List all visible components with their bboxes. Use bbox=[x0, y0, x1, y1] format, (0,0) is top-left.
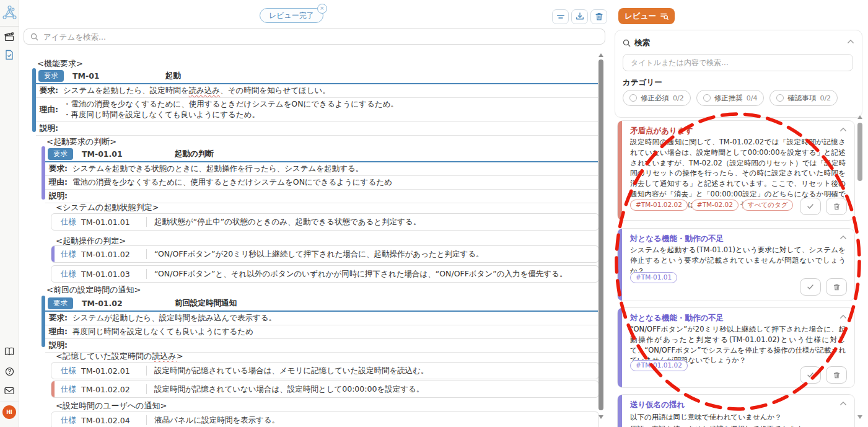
card-color-bar bbox=[618, 121, 622, 220]
check-icon bbox=[805, 282, 815, 292]
help-icon[interactable] bbox=[0, 367, 19, 376]
req-title: 起動 bbox=[165, 71, 181, 81]
spec-row-tm010202[interactable]: 仕様 TM-01.02.02 設定時間が記憶されていない場合は、設定時間として0… bbox=[51, 381, 599, 398]
spec-text: “ON/OFFボタン”が20ミリ秒以上継続して押下された場合に、起動操作があった… bbox=[154, 249, 484, 260]
review-scrollbar-up[interactable] bbox=[857, 115, 862, 119]
spec-color-bar bbox=[51, 246, 55, 262]
field-row-desc: 説明: bbox=[45, 190, 598, 203]
review-card-title: 対となる機能・動作の不足 bbox=[630, 313, 724, 324]
section-heading-memory-read: <記憶していた設定時間の読込み> bbox=[56, 351, 183, 362]
field-label: 理由: bbox=[49, 177, 72, 188]
section-heading-user-notify: <設定時間のユーザへの通知> bbox=[56, 400, 167, 412]
spec-row-tm010103[interactable]: 仕様 TM-01.01.03 “ON/OFFボタン”と、それ以外のボタンのいずれ… bbox=[51, 265, 599, 283]
filter-icon bbox=[555, 11, 566, 22]
delete-comment-button[interactable] bbox=[826, 198, 847, 215]
review-card-body: システムを起動する(TM-01.01)という要求に対して、システムを停止するとい… bbox=[630, 245, 846, 276]
collapse-chevron-icon[interactable] bbox=[840, 127, 847, 132]
spec-badge: 仕様 bbox=[61, 249, 76, 260]
field-row-req: 要求: システムを起動できる状態のときに、起動操作を行ったら、システムを起動する… bbox=[45, 162, 598, 176]
item-search-input[interactable] bbox=[42, 32, 605, 42]
clapperboard-icon[interactable] bbox=[0, 32, 19, 42]
field-label: 説明: bbox=[49, 191, 72, 201]
tag[interactable]: すべてのタグ bbox=[742, 200, 793, 211]
field-row-req: 要求: システムを起動したら、設定時間を読み込み、その時間を知らせてほしい。 bbox=[36, 84, 598, 98]
review-card-contradiction[interactable]: 矛盾点があります 設定時間の通知に関して、TM-01.02.02では「設定時間が… bbox=[617, 120, 855, 221]
review-card-missing-pair-1[interactable]: 対となる機能・動作の不足 システムを起動する(TM-01.01)という要求に対し… bbox=[617, 228, 855, 301]
accept-comment-button[interactable] bbox=[800, 278, 821, 296]
review-scrollbar-down[interactable] bbox=[857, 415, 862, 419]
delete-button[interactable] bbox=[590, 9, 607, 24]
main-scrollbar-thumb[interactable] bbox=[598, 59, 603, 410]
collapse-chevron-icon[interactable] bbox=[847, 39, 854, 44]
requirement-card-tm0101[interactable]: 要求 TM-01.01 起動の判断 要求: システムを起動できる状態のときに、起… bbox=[42, 146, 598, 200]
spec-row-tm010204[interactable]: 仕様 TM-01.02.04 液晶パネルに設定時間を表示する。 bbox=[51, 412, 599, 427]
main-scrollbar-up[interactable] bbox=[598, 53, 603, 57]
mail-icon[interactable] bbox=[0, 387, 19, 395]
review-scrollbar-thumb[interactable] bbox=[857, 123, 862, 181]
review-card-missing-pair-2[interactable]: 対となる機能・動作の不足 “ON/OFFボタン”が20ミリ秒以上継続して押下され… bbox=[617, 307, 855, 388]
requirement-header: 要求 TM-01.02 前回設定時間通知 bbox=[45, 296, 598, 312]
accept-comment-button[interactable] bbox=[800, 198, 821, 215]
tag[interactable]: #TM-01.01.02 bbox=[630, 360, 688, 371]
radio-icon bbox=[776, 94, 784, 102]
spellcheck-squiggle: 読み込み bbox=[189, 86, 221, 95]
tag[interactable]: #TM-01.02.02 bbox=[630, 200, 688, 211]
review-button[interactable]: レビュー bbox=[618, 8, 675, 24]
requirement-card-tm0102[interactable]: 要求 TM-01.02 前回設定時間通知 要求: システムが起動したら、設定時間… bbox=[42, 296, 598, 347]
field-value: システムを起動したら、設定時間を読み込み、その時間を知らせてほしい。 bbox=[63, 86, 330, 96]
spec-badge: 仕様 bbox=[61, 269, 76, 280]
user-avatar[interactable]: HI bbox=[2, 405, 16, 419]
requirement-header: 要求 TM-01 起動 bbox=[36, 68, 598, 84]
chip-close-icon[interactable]: × bbox=[317, 4, 327, 14]
download-button[interactable] bbox=[571, 9, 588, 24]
review-card-title: 矛盾点があります bbox=[630, 126, 693, 136]
tag[interactable]: #TM-01.01 bbox=[630, 272, 677, 283]
document-check-icon[interactable] bbox=[0, 50, 19, 60]
sidebar-divider bbox=[0, 26, 19, 27]
spec-text: “ON/OFFボタン”と、それ以外のボタンのいずれかが同時に押下された場合は、“… bbox=[154, 269, 567, 280]
book-icon[interactable] bbox=[0, 347, 19, 356]
req-id: TM-01 bbox=[72, 71, 165, 81]
field-label: 要求: bbox=[40, 86, 63, 96]
review-card-tags: #TM-01.01.02 bbox=[630, 360, 688, 371]
field-row-req: 要求: システムが起動したら、設定時間を読み込んで表示する。 bbox=[45, 312, 598, 325]
collapse-chevron-icon[interactable] bbox=[840, 235, 847, 240]
delete-comment-button[interactable] bbox=[826, 366, 847, 384]
spec-id: TM-01.02.04 bbox=[81, 416, 146, 425]
spec-row-tm010102[interactable]: 仕様 TM-01.01.02 “ON/OFFボタン”が20ミリ秒以上継続して押下… bbox=[51, 245, 599, 263]
search-icon bbox=[623, 39, 631, 47]
field-label: 要求: bbox=[49, 164, 72, 174]
field-value: ・電池の消費を少なくするために、使用するときだけシステムをONにできるようにする… bbox=[63, 99, 398, 120]
field-label: 要求: bbox=[49, 313, 72, 324]
field-label: 説明: bbox=[49, 340, 72, 351]
collapse-chevron-icon[interactable] bbox=[840, 401, 847, 406]
radio-icon bbox=[703, 94, 711, 102]
req-badge: 要求 bbox=[48, 148, 73, 160]
requirement-card-tm01[interactable]: 要求 TM-01 起動 要求: システムを起動したら、設定時間を読み込み、その時… bbox=[32, 68, 598, 132]
tag[interactable]: #TM-02.02 bbox=[691, 200, 739, 211]
filter-button[interactable] bbox=[552, 9, 569, 24]
req-title: 起動の判断 bbox=[175, 149, 214, 159]
main-scrollbar-down[interactable] bbox=[598, 415, 603, 419]
review-complete-chip[interactable]: レビュー完了 × bbox=[260, 8, 323, 23]
category-chip-must-fix[interactable]: 修正必須 0/2 bbox=[623, 90, 691, 106]
spec-row-tm010101[interactable]: 仕様 TM-01.01.01 起動状態が“停止中”の状態のときのみ、起動できる状… bbox=[51, 213, 599, 231]
field-value: 電池の消費を少なくするために、使用するときだけシステムをONにできるようにするた… bbox=[72, 177, 392, 188]
review-search-input[interactable] bbox=[629, 58, 853, 68]
delete-comment-button[interactable] bbox=[826, 278, 847, 296]
review-card-okurigana[interactable]: 送り仮名の揺れ 以下の用語は同じ意味で使われていませんか？ 用語・表記を統一させ… bbox=[617, 394, 855, 427]
review-card-tags: #TM-01.02.02 #TM-02.02 すべてのタグ bbox=[630, 200, 793, 211]
accept-comment-button[interactable] bbox=[800, 366, 821, 384]
trash-icon bbox=[832, 371, 841, 380]
spec-row-tm010201[interactable]: 仕様 TM-01.02.01 設定時間が記憶されている場合は、メモリに記憶してい… bbox=[51, 362, 599, 379]
category-chip-recommended[interactable]: 修正推奨 0/4 bbox=[696, 90, 765, 106]
trash-icon bbox=[594, 11, 605, 22]
app-logo[interactable] bbox=[0, 5, 19, 21]
divider bbox=[146, 415, 147, 425]
category-chip-confirm[interactable]: 確認事項 0/2 bbox=[769, 90, 838, 106]
spellcheck-squiggle: 読込み bbox=[152, 351, 176, 361]
requirement-header: 要求 TM-01.01 起動の判断 bbox=[45, 146, 598, 162]
collapse-chevron-icon[interactable] bbox=[840, 314, 847, 319]
field-value: システムを起動できる状態のときに、起動操作を行ったら、システムを起動する。 bbox=[72, 164, 363, 174]
network-logo-icon bbox=[2, 5, 17, 21]
